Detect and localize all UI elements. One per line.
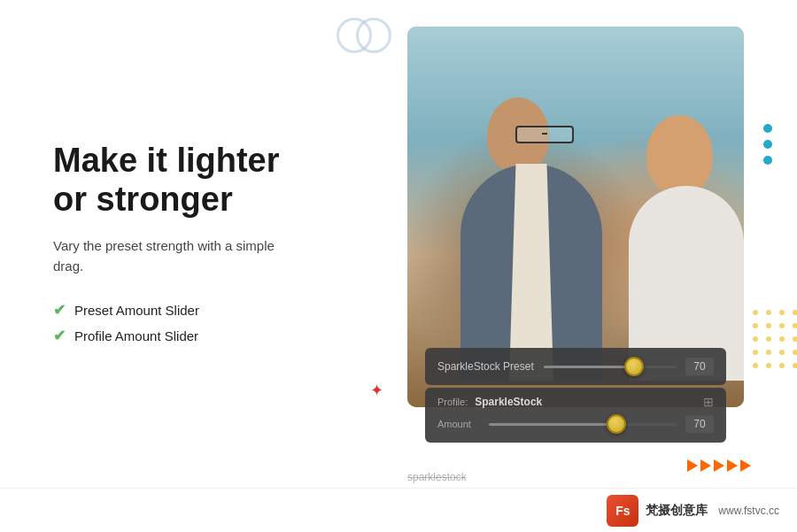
brand-icon: Fs — [607, 495, 638, 527]
person1-glasses — [515, 126, 574, 143]
profile-slider-track — [489, 423, 677, 426]
star-decoration-mid: ✦ — [370, 381, 383, 400]
preset-slider[interactable] — [544, 357, 677, 376]
list-item: ✔ Profile Amount Slider — [53, 327, 354, 345]
arrow-decorations — [687, 459, 751, 472]
arrow-icon — [700, 459, 711, 472]
profile-panel: Profile: SparkleStock ⊞ Amount 70 — [425, 388, 726, 443]
teal-dot — [763, 156, 772, 165]
yellow-dot-grid — [753, 310, 797, 372]
teal-dots-decoration — [763, 124, 772, 165]
arrow-icon — [714, 459, 724, 472]
teal-dot — [763, 124, 772, 133]
profile-label: Profile: — [437, 397, 468, 407]
main-heading: Make it lighter or stronger — [53, 142, 354, 219]
preset-value: 70 — [685, 358, 714, 375]
arrow-icon — [687, 459, 698, 472]
preset-slider-thumb[interactable] — [624, 357, 644, 376]
yellow-dots-decoration — [753, 310, 797, 372]
person2-figure — [629, 115, 744, 381]
deco-circle-2 — [356, 18, 391, 53]
brand-name: 梵摄创意库 — [646, 503, 708, 519]
profile-value: 70 — [685, 415, 714, 433]
preset-slider-fill — [544, 366, 634, 368]
person1-figure — [460, 97, 602, 381]
person1-head — [487, 97, 549, 173]
feature-label: Preset Amount Slider — [74, 303, 199, 318]
amount-label: Amount — [437, 419, 480, 429]
arrow-icon — [727, 459, 738, 472]
preset-slider-track — [544, 366, 677, 368]
checkmark-icon: ✔ — [53, 327, 66, 345]
checkmark-icon: ✔ — [53, 301, 66, 320]
glasses-bridge — [542, 133, 547, 135]
glasses-frame — [515, 126, 574, 143]
person2-head — [646, 115, 713, 195]
profile-name: SparkleStock — [475, 396, 542, 408]
left-content: Make it lighter or stronger Vary the pre… — [53, 142, 354, 352]
brand-url: www.fstvc.cc — [718, 505, 779, 517]
teal-dot — [763, 140, 772, 149]
right-area: SparkleStock Preset 70 Profile: SparkleS… — [407, 27, 753, 478]
watermark-text: sparklestock — [407, 471, 467, 483]
grid-icon[interactable]: ⊞ — [703, 395, 714, 409]
profile-slider-thumb[interactable] — [607, 414, 626, 434]
profile-slider[interactable] — [489, 414, 677, 434]
list-item: ✔ Preset Amount Slider — [53, 301, 354, 320]
preset-label: SparkleStock Preset — [437, 360, 535, 373]
brand-logo: Fs 梵摄创意库 www.fstvc.cc — [607, 495, 779, 527]
profile-slider-fill — [489, 423, 616, 426]
description: Vary the preset strength with a simple d… — [53, 236, 292, 276]
preset-panel: SparkleStock Preset 70 — [425, 348, 726, 385]
profile-top-row: Profile: SparkleStock ⊞ — [437, 395, 714, 409]
bottom-bar: Fs 梵摄创意库 www.fstvc.cc — [0, 488, 797, 532]
profile-amount-row: Amount 70 — [437, 414, 714, 434]
feature-list: ✔ Preset Amount Slider ✔ Profile Amount … — [53, 301, 354, 345]
arrow-icon — [740, 459, 751, 472]
feature-label: Profile Amount Slider — [74, 328, 198, 343]
